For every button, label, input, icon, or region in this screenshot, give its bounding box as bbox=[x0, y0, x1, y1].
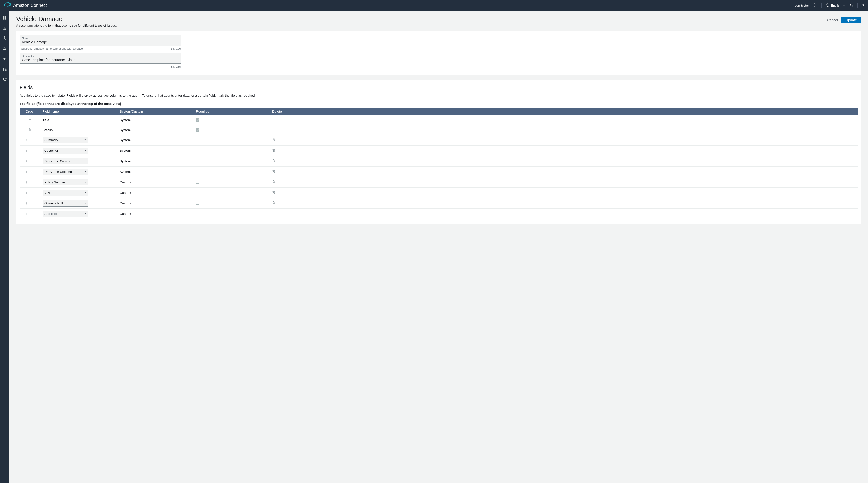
delete-button[interactable] bbox=[272, 180, 275, 183]
chevron-down-icon bbox=[84, 138, 87, 142]
field-type: Custom bbox=[117, 198, 193, 208]
required-checkbox[interactable] bbox=[196, 201, 199, 204]
move-up-button[interactable]: ↑ bbox=[26, 201, 27, 205]
language-label: English bbox=[831, 4, 841, 7]
svg-rect-16 bbox=[3, 70, 4, 71]
dashboard-icon[interactable] bbox=[2, 16, 7, 20]
lock-icon bbox=[28, 128, 31, 132]
table-row: ↑↓Policy NumberCustom bbox=[20, 177, 858, 188]
cancel-button[interactable]: Cancel bbox=[827, 18, 838, 22]
table-row: StatusSystem bbox=[20, 125, 858, 135]
user-name: pen-tester bbox=[795, 4, 809, 7]
routing-icon[interactable] bbox=[2, 36, 7, 40]
move-down-button[interactable]: ↓ bbox=[32, 159, 34, 163]
table-row: ↑↓Date/Time CreatedSystem bbox=[20, 156, 858, 166]
col-delete: Delete bbox=[270, 108, 858, 115]
logout-button[interactable] bbox=[813, 3, 817, 7]
delete-button[interactable] bbox=[272, 191, 275, 194]
required-checkbox[interactable] bbox=[196, 211, 199, 215]
col-name: Field name bbox=[40, 108, 117, 115]
chevron-down-icon bbox=[84, 170, 87, 173]
chevron-down-icon bbox=[84, 191, 87, 195]
svg-point-0 bbox=[6, 5, 7, 6]
globe-icon bbox=[826, 3, 829, 7]
move-down-button[interactable]: ↓ bbox=[32, 170, 34, 173]
user-menu[interactable]: pen-tester bbox=[795, 4, 809, 7]
field-name-label: Status bbox=[42, 128, 53, 132]
lock-icon bbox=[28, 118, 31, 122]
field-name-dropdown[interactable]: Date/Time Updated bbox=[42, 169, 89, 175]
desc-input[interactable] bbox=[20, 53, 181, 64]
callback-icon[interactable] bbox=[2, 77, 7, 82]
help-icon: ? bbox=[862, 4, 864, 7]
name-input[interactable] bbox=[20, 35, 181, 46]
field-type: Custom bbox=[117, 177, 193, 188]
required-checkbox[interactable] bbox=[196, 191, 199, 194]
move-up-button[interactable]: ↑ bbox=[26, 180, 27, 184]
delete-button[interactable] bbox=[272, 170, 275, 173]
table-row: ↑↓CustomerSystem bbox=[20, 145, 858, 156]
required-checkbox[interactable] bbox=[196, 138, 199, 141]
svg-point-1 bbox=[8, 5, 9, 6]
move-up-button[interactable]: ↑ bbox=[26, 170, 27, 173]
metrics-icon[interactable] bbox=[2, 26, 7, 30]
template-info-card: Name Required. Template name cannot end … bbox=[16, 31, 861, 75]
delete-button[interactable] bbox=[272, 148, 275, 152]
chevron-down-icon bbox=[84, 212, 87, 216]
delete-button[interactable] bbox=[272, 138, 275, 141]
field-name-dropdown[interactable]: Add field bbox=[42, 211, 89, 217]
field-type: System bbox=[117, 145, 193, 156]
help-button[interactable]: ? bbox=[862, 4, 864, 7]
field-name-dropdown[interactable]: Date/Time Created bbox=[42, 158, 89, 164]
required-checkbox bbox=[196, 128, 199, 132]
field-type: System bbox=[117, 156, 193, 166]
name-counter: 14 / 100 bbox=[170, 47, 181, 50]
desc-counter: 33 / 255 bbox=[170, 65, 181, 68]
move-down-button[interactable]: ↓ bbox=[32, 149, 34, 152]
field-name-dropdown[interactable]: VIN bbox=[42, 190, 89, 196]
move-down-button[interactable]: ↓ bbox=[32, 180, 34, 184]
required-checkbox[interactable] bbox=[196, 180, 199, 183]
update-button[interactable]: Update bbox=[841, 17, 861, 24]
page-subtitle: A case template is the form that agents … bbox=[16, 24, 827, 27]
phone-button[interactable] bbox=[849, 3, 853, 7]
logout-icon bbox=[813, 3, 817, 7]
field-type: Custom bbox=[117, 188, 193, 198]
field-name-dropdown[interactable]: Summary bbox=[42, 137, 89, 143]
users-icon[interactable] bbox=[2, 47, 7, 51]
announce-icon[interactable] bbox=[2, 57, 7, 61]
svg-rect-5 bbox=[3, 16, 4, 18]
svg-rect-19 bbox=[29, 130, 31, 131]
connect-icon bbox=[4, 2, 11, 9]
top-fields-heading: Top fields (fields that are displayed at… bbox=[20, 102, 858, 106]
delete-button[interactable] bbox=[272, 159, 275, 163]
required-checkbox[interactable] bbox=[196, 170, 199, 173]
page-title: Vehicle Damage bbox=[16, 15, 827, 23]
move-down-button: ↓ bbox=[32, 212, 34, 216]
required-checkbox[interactable] bbox=[196, 148, 199, 152]
move-down-button[interactable]: ↓ bbox=[32, 191, 34, 195]
table-row: TitleSystem bbox=[20, 115, 858, 125]
divider bbox=[821, 3, 822, 7]
product-title: Amazon Connect bbox=[13, 3, 47, 8]
field-name-label: Title bbox=[42, 118, 49, 122]
fields-card: Fields Add fields to the case template. … bbox=[16, 80, 861, 224]
language-menu[interactable]: English bbox=[826, 3, 845, 7]
fields-table: Order Field name System/Custom Required … bbox=[20, 108, 858, 219]
move-down-button[interactable]: ↓ bbox=[32, 201, 34, 205]
svg-point-14 bbox=[4, 48, 5, 49]
move-down-button[interactable]: ↓ bbox=[32, 138, 34, 142]
move-up-button[interactable]: ↑ bbox=[26, 149, 27, 152]
required-checkbox[interactable] bbox=[196, 159, 199, 163]
field-name-dropdown[interactable]: Customer bbox=[42, 147, 89, 154]
headset-icon[interactable] bbox=[2, 67, 7, 72]
field-name-dropdown[interactable]: Policy Number bbox=[42, 179, 89, 186]
top-nav: Amazon Connect pen-tester English bbox=[0, 0, 868, 11]
desc-label: Description bbox=[22, 55, 35, 57]
move-up-button[interactable]: ↑ bbox=[26, 159, 27, 163]
field-name-dropdown[interactable]: Owner's fault bbox=[42, 200, 89, 206]
move-up-button[interactable]: ↑ bbox=[26, 191, 27, 195]
move-up-button: ↑ bbox=[26, 212, 27, 216]
delete-button[interactable] bbox=[272, 201, 275, 204]
side-nav bbox=[0, 11, 9, 483]
